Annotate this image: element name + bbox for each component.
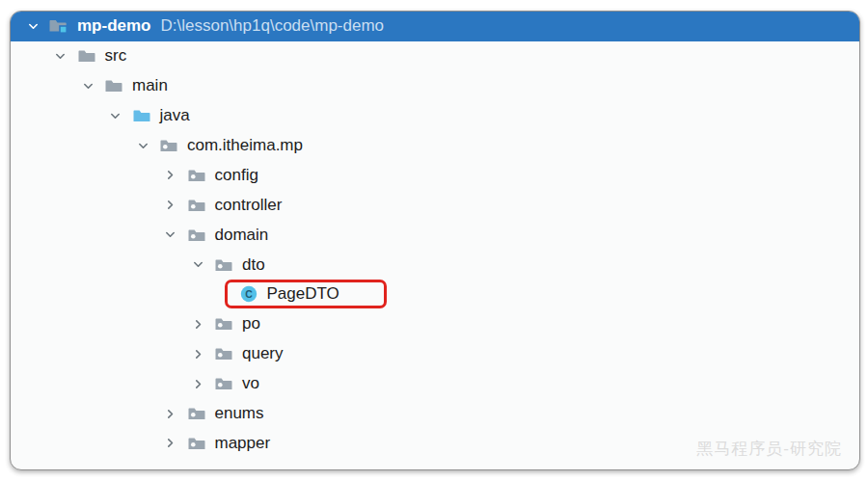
project-path: D:\lesson\hp1q\code\mp-demo xyxy=(161,16,385,36)
svg-text:C: C xyxy=(245,288,253,300)
package-icon xyxy=(186,226,207,245)
tree-item-label: mp-demo xyxy=(77,16,151,36)
project-tree-panel: mp-demoD:\lesson\hp1q\code\mp-demosrcmai… xyxy=(10,11,860,470)
chevron-down-icon[interactable] xyxy=(106,106,125,125)
tree-item-label: enums xyxy=(215,404,264,423)
tree-item-com-itheima-mp[interactable]: com.itheima.mp xyxy=(11,131,859,161)
folder-icon xyxy=(103,76,124,95)
project-folder-icon xyxy=(48,16,69,36)
folder-icon xyxy=(76,46,97,66)
chevron-down-icon[interactable] xyxy=(161,226,180,245)
tree-item-label: src xyxy=(105,46,127,66)
chevron-right-icon[interactable] xyxy=(161,196,180,215)
tree-item-dto[interactable]: dto xyxy=(11,250,859,280)
package-icon xyxy=(186,434,207,453)
class-icon: C xyxy=(238,284,259,304)
chevron-down-icon[interactable] xyxy=(78,76,97,95)
tree-item-label: main xyxy=(132,76,168,95)
tree-item-label: mapper xyxy=(215,434,271,453)
tree-item-po[interactable]: po xyxy=(11,309,859,339)
package-icon xyxy=(186,196,207,215)
tree-item-mp-demo[interactable]: mp-demoD:\lesson\hp1q\code\mp-demo xyxy=(11,12,859,41)
chevron-down-icon[interactable] xyxy=(51,46,70,66)
tree-item-enums[interactable]: enums xyxy=(11,399,859,429)
tree-item-java[interactable]: java xyxy=(11,101,859,131)
tree-item-label: config xyxy=(215,166,258,185)
package-icon xyxy=(213,374,234,393)
chevron-down-icon[interactable] xyxy=(188,255,207,275)
source-folder-icon xyxy=(131,106,152,125)
project-tree: mp-demoD:\lesson\hp1q\code\mp-demosrcmai… xyxy=(11,12,859,458)
tree-item-controller[interactable]: controller xyxy=(11,190,859,220)
chevron-down-icon[interactable] xyxy=(23,16,42,36)
tree-item-label: vo xyxy=(242,374,259,393)
package-icon xyxy=(213,255,234,275)
tree-item-label: dto xyxy=(242,255,265,275)
tree-item-label: po xyxy=(242,314,260,334)
chevron-down-icon[interactable] xyxy=(133,136,152,155)
tree-item-vo[interactable]: vo xyxy=(11,369,859,399)
chevron-right-icon[interactable] xyxy=(161,166,180,185)
tree-item-label: domain xyxy=(215,226,269,245)
tree-item-label: com.itheima.mp xyxy=(187,136,303,155)
tree-item-label: query xyxy=(242,344,284,363)
chevron-right-icon[interactable] xyxy=(188,344,207,363)
package-icon xyxy=(186,166,207,185)
package-icon xyxy=(186,404,207,423)
watermark: 黑马程序员-研究院 xyxy=(696,438,842,460)
tree-item-main[interactable]: main xyxy=(11,71,859,101)
chevron-right-icon[interactable] xyxy=(161,434,180,453)
tree-item-src[interactable]: src xyxy=(11,41,859,71)
tree-item-label: controller xyxy=(215,196,283,215)
highlight-box: CPageDTO xyxy=(225,280,387,308)
tree-item-config[interactable]: config xyxy=(11,160,859,190)
tree-item-label: java xyxy=(160,106,190,125)
tree-item-query[interactable]: query xyxy=(11,339,859,369)
chevron-right-icon[interactable] xyxy=(188,314,207,334)
package-icon xyxy=(213,314,234,334)
tree-item-label: PageDTO xyxy=(267,284,339,304)
tree-item-domain[interactable]: domain xyxy=(11,220,859,250)
tree-item-pagedto[interactable]: CPageDTO xyxy=(11,280,859,309)
package-icon xyxy=(213,344,234,363)
chevron-right-icon[interactable] xyxy=(188,374,207,393)
chevron-right-icon[interactable] xyxy=(161,404,180,423)
package-icon xyxy=(158,136,179,155)
